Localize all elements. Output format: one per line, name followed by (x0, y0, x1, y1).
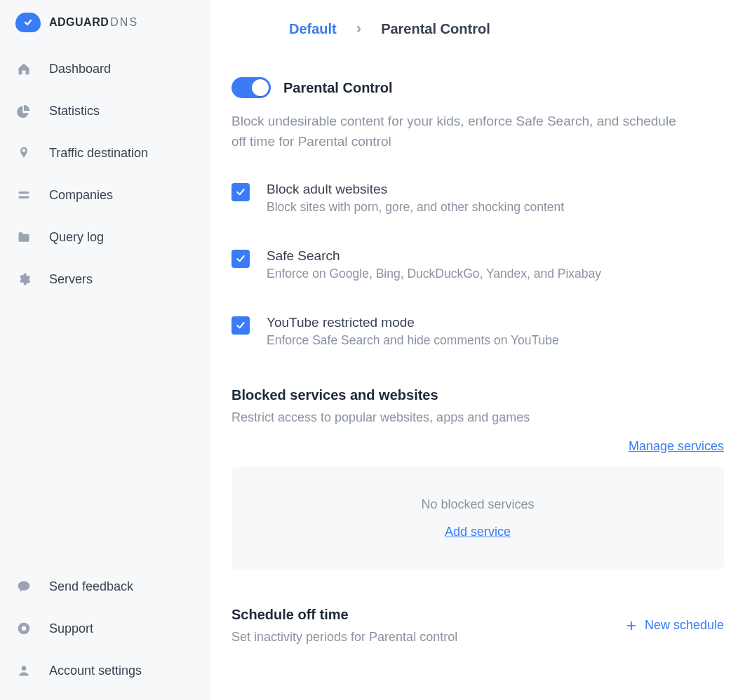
option-safe-search: Safe Search Enforce on Google, Bing, Duc… (231, 248, 724, 281)
sidebar-item-label: Query log (49, 230, 104, 245)
brand-logo[interactable]: ADGUARDDNS (0, 13, 210, 41)
sidebar-item-companies[interactable]: Companies (6, 174, 205, 216)
sidebar-item-statistics[interactable]: Statistics (6, 90, 205, 132)
secondary-nav: Send feedback Support Account settings (0, 561, 210, 697)
plus-icon: + (626, 617, 636, 634)
toggle-knob (252, 79, 269, 96)
manage-services-link[interactable]: Manage services (629, 439, 724, 454)
home-icon (15, 60, 32, 77)
breadcrumb: Default › Parental Control (231, 14, 724, 77)
schedule-heading: Schedule off time (231, 607, 457, 623)
block-adult-checkbox[interactable] (231, 183, 250, 201)
svg-point-4 (22, 666, 27, 671)
chat-bubble-icon (15, 578, 32, 595)
parental-control-title: Parental Control (283, 80, 393, 96)
schedule-description: Set inactivity periods for Parental cont… (231, 630, 457, 645)
empty-state-text: No blocked services (421, 497, 534, 512)
safe-search-checkbox[interactable] (231, 250, 250, 268)
option-title: Block adult websites (267, 182, 564, 197)
user-icon (15, 662, 32, 679)
list-icon (15, 187, 32, 203)
sidebar-item-label: Traffic destination (49, 146, 148, 161)
parental-control-section: Parental Control Block undesirable conte… (231, 77, 724, 645)
main-content: Default › Parental Control Parental Cont… (210, 0, 745, 700)
option-youtube-restricted: YouTube restricted mode Enforce Safe Sea… (231, 315, 724, 348)
chevron-right-icon: › (356, 20, 361, 38)
svg-point-3 (22, 626, 27, 631)
primary-nav: Dashboard Statistics Traffic destination… (0, 41, 210, 300)
sidebar-item-label: Send feedback (49, 579, 133, 594)
sidebar-item-label: Dashboard (49, 62, 111, 76)
option-description: Block sites with porn, gore, and other s… (267, 200, 564, 215)
sidebar-item-support[interactable]: Support (6, 607, 205, 649)
folder-icon (15, 229, 32, 245)
sidebar-item-dashboard[interactable]: Dashboard (6, 48, 205, 90)
sidebar-item-label: Statistics (49, 104, 100, 119)
new-schedule-button[interactable]: + New schedule (626, 617, 724, 634)
brand-name: ADGUARDDNS (49, 16, 138, 29)
option-description: Enforce on Google, Bing, DuckDuckGo, Yan… (267, 267, 601, 281)
new-schedule-label: New schedule (645, 618, 724, 633)
sidebar-item-label: Support (49, 621, 93, 636)
sidebar-item-query-log[interactable]: Query log (6, 216, 205, 258)
blocked-services-empty-state: No blocked services Add service (231, 466, 724, 570)
add-service-link[interactable]: Add service (445, 525, 511, 539)
map-pin-icon (15, 144, 32, 161)
blocked-services-heading: Blocked services and websites (231, 387, 724, 403)
sidebar-item-servers[interactable]: Servers (6, 258, 205, 300)
sidebar-item-account-settings[interactable]: Account settings (6, 649, 205, 692)
breadcrumb-root-link[interactable]: Default (289, 21, 337, 37)
parental-control-description: Block undesirable content for your kids,… (231, 111, 680, 152)
sidebar-item-label: Account settings (49, 664, 142, 678)
option-description: Enforce Safe Search and hide comments on… (267, 333, 559, 348)
blocked-services-description: Restrict access to popular websites, app… (231, 410, 724, 425)
breadcrumb-current: Parental Control (381, 21, 490, 37)
pie-chart-icon (15, 102, 32, 119)
sidebar: ADGUARDDNS Dashboard Statistics Traffic … (0, 0, 210, 700)
parental-control-toggle[interactable] (231, 77, 271, 98)
option-title: YouTube restricted mode (267, 315, 559, 330)
lifebuoy-icon (15, 620, 32, 637)
adguard-cloud-icon (15, 13, 41, 32)
svg-rect-1 (19, 196, 29, 198)
option-title: Safe Search (267, 248, 601, 264)
sidebar-item-send-feedback[interactable]: Send feedback (6, 565, 205, 607)
sidebar-item-label: Companies (49, 188, 113, 203)
gear-icon (15, 271, 32, 288)
youtube-restricted-checkbox[interactable] (231, 316, 250, 335)
option-block-adult: Block adult websites Block sites with po… (231, 182, 724, 215)
sidebar-item-traffic-destination[interactable]: Traffic destination (6, 132, 205, 174)
sidebar-item-label: Servers (49, 272, 93, 287)
svg-rect-0 (19, 191, 29, 194)
